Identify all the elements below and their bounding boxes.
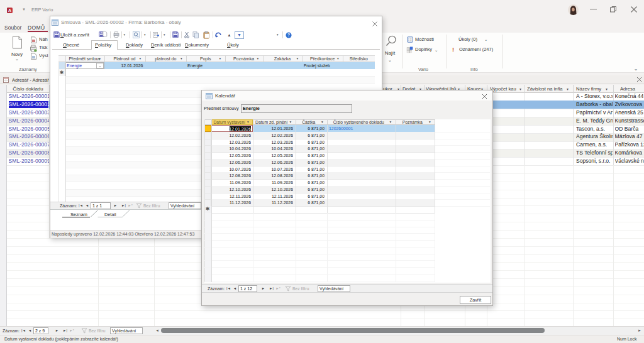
svg-text:?: ? xyxy=(287,33,290,37)
svg-text:A: A xyxy=(8,8,11,13)
